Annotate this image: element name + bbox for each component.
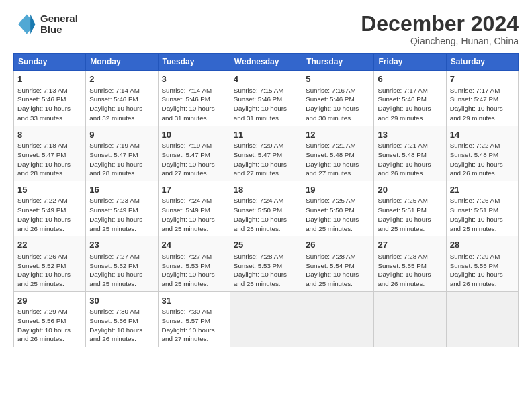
day-info: Sunrise: 7:30 AM Sunset: 5:56 PM Dayligh…: [89, 307, 154, 344]
month-title: December 2024: [361, 12, 519, 36]
day-info: Sunrise: 7:19 AM Sunset: 5:47 PM Dayligh…: [89, 141, 154, 178]
day-number: 13: [378, 129, 442, 141]
calendar-cell: [302, 291, 374, 347]
day-info: Sunrise: 7:14 AM Sunset: 5:46 PM Dayligh…: [162, 86, 226, 123]
calendar-cell: 25Sunrise: 7:28 AM Sunset: 5:53 PM Dayli…: [230, 236, 302, 291]
calendar-table: SundayMondayTuesdayWednesdayThursdayFrid…: [13, 53, 519, 347]
day-number: 29: [17, 295, 82, 307]
calendar-cell: 12Sunrise: 7:21 AM Sunset: 5:48 PM Dayli…: [302, 126, 374, 181]
day-number: 9: [89, 129, 154, 141]
day-info: Sunrise: 7:25 AM Sunset: 5:51 PM Dayligh…: [378, 196, 442, 233]
calendar-cell: 31Sunrise: 7:30 AM Sunset: 5:57 PM Dayli…: [158, 291, 230, 347]
calendar-cell: 13Sunrise: 7:21 AM Sunset: 5:48 PM Dayli…: [374, 126, 446, 181]
day-number: 20: [378, 184, 442, 196]
day-info: Sunrise: 7:29 AM Sunset: 5:56 PM Dayligh…: [17, 307, 82, 344]
day-info: Sunrise: 7:19 AM Sunset: 5:47 PM Dayligh…: [162, 141, 226, 178]
week-row-1: 1Sunrise: 7:13 AM Sunset: 5:46 PM Daylig…: [14, 71, 519, 126]
day-number: 22: [17, 239, 82, 251]
calendar-cell: 20Sunrise: 7:25 AM Sunset: 5:51 PM Dayli…: [374, 181, 446, 236]
calendar-cell: 26Sunrise: 7:28 AM Sunset: 5:54 PM Dayli…: [302, 236, 374, 291]
day-info: Sunrise: 7:24 AM Sunset: 5:49 PM Dayligh…: [162, 196, 226, 233]
calendar-cell: 8Sunrise: 7:18 AM Sunset: 5:47 PM Daylig…: [14, 126, 86, 181]
day-number: 2: [89, 73, 154, 85]
weekday-header-tuesday: Tuesday: [158, 54, 230, 71]
day-number: 6: [378, 73, 442, 85]
calendar-cell: 2Sunrise: 7:14 AM Sunset: 5:46 PM Daylig…: [86, 71, 158, 126]
calendar-cell: 18Sunrise: 7:24 AM Sunset: 5:50 PM Dayli…: [230, 181, 302, 236]
logo-icon: [13, 12, 38, 36]
calendar-cell: 6Sunrise: 7:17 AM Sunset: 5:46 PM Daylig…: [374, 71, 446, 126]
week-row-4: 22Sunrise: 7:26 AM Sunset: 5:52 PM Dayli…: [14, 236, 519, 291]
day-number: 4: [234, 73, 298, 85]
day-info: Sunrise: 7:28 AM Sunset: 5:55 PM Dayligh…: [378, 252, 442, 289]
logo-text: General Blue: [40, 13, 78, 36]
day-info: Sunrise: 7:14 AM Sunset: 5:46 PM Dayligh…: [89, 86, 154, 123]
page-container: General Blue December 2024 Qiancheng, Hu…: [0, 0, 532, 354]
calendar-cell: 15Sunrise: 7:22 AM Sunset: 5:49 PM Dayli…: [14, 181, 86, 236]
calendar-cell: 7Sunrise: 7:17 AM Sunset: 5:47 PM Daylig…: [446, 71, 518, 126]
day-number: 19: [306, 184, 370, 196]
weekday-header-sunday: Sunday: [14, 54, 86, 71]
day-number: 26: [306, 239, 370, 251]
day-info: Sunrise: 7:27 AM Sunset: 5:52 PM Dayligh…: [89, 252, 154, 289]
calendar-cell: [446, 291, 518, 347]
calendar-cell: 11Sunrise: 7:20 AM Sunset: 5:47 PM Dayli…: [230, 126, 302, 181]
day-info: Sunrise: 7:24 AM Sunset: 5:50 PM Dayligh…: [234, 196, 298, 233]
calendar-cell: 30Sunrise: 7:30 AM Sunset: 5:56 PM Dayli…: [86, 291, 158, 347]
day-info: Sunrise: 7:28 AM Sunset: 5:54 PM Dayligh…: [306, 252, 370, 289]
calendar-cell: 27Sunrise: 7:28 AM Sunset: 5:55 PM Dayli…: [374, 236, 446, 291]
day-number: 23: [89, 239, 154, 251]
day-info: Sunrise: 7:22 AM Sunset: 5:48 PM Dayligh…: [450, 141, 515, 178]
calendar-cell: 19Sunrise: 7:25 AM Sunset: 5:50 PM Dayli…: [302, 181, 374, 236]
calendar-cell: 24Sunrise: 7:27 AM Sunset: 5:53 PM Dayli…: [158, 236, 230, 291]
day-number: 5: [306, 73, 370, 85]
day-number: 18: [234, 184, 298, 196]
day-number: 17: [162, 184, 226, 196]
day-number: 24: [162, 239, 226, 251]
day-info: Sunrise: 7:25 AM Sunset: 5:50 PM Dayligh…: [306, 196, 370, 233]
day-number: 11: [234, 129, 298, 141]
day-info: Sunrise: 7:27 AM Sunset: 5:53 PM Dayligh…: [162, 252, 226, 289]
calendar-cell: 23Sunrise: 7:27 AM Sunset: 5:52 PM Dayli…: [86, 236, 158, 291]
day-info: Sunrise: 7:20 AM Sunset: 5:47 PM Dayligh…: [234, 141, 298, 178]
day-number: 10: [162, 129, 226, 141]
day-info: Sunrise: 7:21 AM Sunset: 5:48 PM Dayligh…: [378, 141, 442, 178]
day-number: 31: [162, 295, 226, 307]
calendar-cell: 17Sunrise: 7:24 AM Sunset: 5:49 PM Dayli…: [158, 181, 230, 236]
day-info: Sunrise: 7:26 AM Sunset: 5:52 PM Dayligh…: [17, 252, 82, 289]
location: Qiancheng, Hunan, China: [361, 36, 519, 46]
day-number: 16: [89, 184, 154, 196]
calendar-cell: 28Sunrise: 7:29 AM Sunset: 5:55 PM Dayli…: [446, 236, 518, 291]
day-info: Sunrise: 7:30 AM Sunset: 5:57 PM Dayligh…: [162, 307, 226, 344]
day-info: Sunrise: 7:16 AM Sunset: 5:46 PM Dayligh…: [306, 86, 370, 123]
calendar-cell: 14Sunrise: 7:22 AM Sunset: 5:48 PM Dayli…: [446, 126, 518, 181]
weekday-header-wednesday: Wednesday: [230, 54, 302, 71]
day-info: Sunrise: 7:18 AM Sunset: 5:47 PM Dayligh…: [17, 141, 82, 178]
logo-line1: General: [40, 13, 78, 25]
calendar-cell: 4Sunrise: 7:15 AM Sunset: 5:46 PM Daylig…: [230, 71, 302, 126]
weekday-header-friday: Friday: [374, 54, 446, 71]
day-number: 8: [17, 129, 82, 141]
svg-marker-1: [30, 15, 35, 34]
day-info: Sunrise: 7:26 AM Sunset: 5:51 PM Dayligh…: [450, 196, 515, 233]
calendar-cell: 10Sunrise: 7:19 AM Sunset: 5:47 PM Dayli…: [158, 126, 230, 181]
calendar-cell: 21Sunrise: 7:26 AM Sunset: 5:51 PM Dayli…: [446, 181, 518, 236]
calendar-cell: 5Sunrise: 7:16 AM Sunset: 5:46 PM Daylig…: [302, 71, 374, 126]
day-number: 27: [378, 239, 442, 251]
day-info: Sunrise: 7:29 AM Sunset: 5:55 PM Dayligh…: [450, 252, 515, 289]
day-info: Sunrise: 7:13 AM Sunset: 5:46 PM Dayligh…: [17, 86, 82, 123]
day-info: Sunrise: 7:17 AM Sunset: 5:46 PM Dayligh…: [378, 86, 442, 123]
calendar-cell: 1Sunrise: 7:13 AM Sunset: 5:46 PM Daylig…: [14, 71, 86, 126]
calendar-cell: [374, 291, 446, 347]
day-number: 14: [450, 129, 515, 141]
day-info: Sunrise: 7:23 AM Sunset: 5:49 PM Dayligh…: [89, 196, 154, 233]
day-number: 12: [306, 129, 370, 141]
weekday-header-saturday: Saturday: [446, 54, 518, 71]
week-row-5: 29Sunrise: 7:29 AM Sunset: 5:56 PM Dayli…: [14, 291, 519, 347]
day-info: Sunrise: 7:21 AM Sunset: 5:48 PM Dayligh…: [306, 141, 370, 178]
calendar-cell: 3Sunrise: 7:14 AM Sunset: 5:46 PM Daylig…: [158, 71, 230, 126]
day-info: Sunrise: 7:15 AM Sunset: 5:46 PM Dayligh…: [234, 86, 298, 123]
calendar-cell: 9Sunrise: 7:19 AM Sunset: 5:47 PM Daylig…: [86, 126, 158, 181]
day-number: 15: [17, 184, 82, 196]
calendar-cell: [230, 291, 302, 347]
